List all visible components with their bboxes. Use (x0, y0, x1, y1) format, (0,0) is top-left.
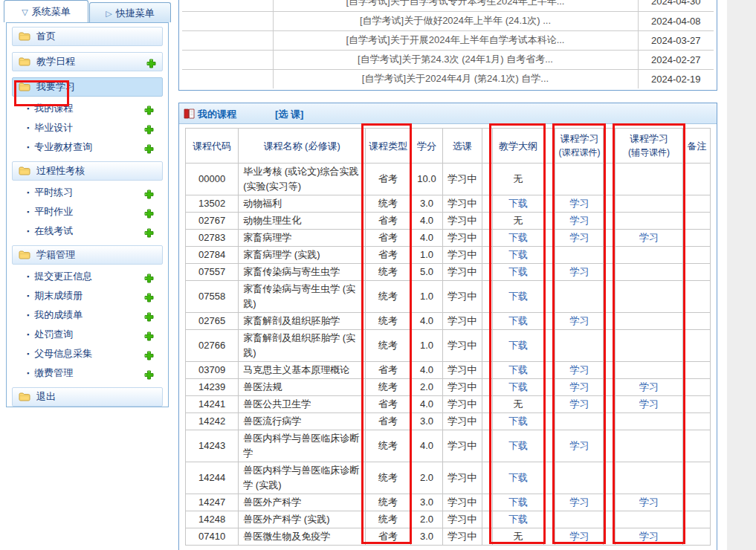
cell-code: 14248 (186, 511, 239, 528)
plus-icon[interactable] (144, 368, 154, 378)
sidebar-sublist: ▪提交更正信息▪期末成绩册▪我的成绩单▪处罚查询▪父母信息采集▪缴费管理 (12, 268, 163, 381)
bullet-icon: ▪ (27, 208, 29, 216)
plus-icon[interactable] (144, 207, 154, 216)
highlight-box-course-type-column (361, 123, 412, 544)
cell-remark (683, 396, 711, 413)
plus-icon[interactable] (144, 226, 154, 236)
cell-name: 兽医内科学与兽医临床诊断学 (239, 430, 366, 462)
sidebar-item-在线考试[interactable]: ▪在线考试 (12, 222, 163, 239)
notice-link[interactable]: [自学考试]关于自学考试专升本考生2024年上半年... (346, 0, 565, 7)
cell-credit: 4.0 (411, 396, 443, 413)
sidebar-group-教学日程[interactable]: 教学日程 (12, 52, 163, 71)
cell-name: 兽医外产科学 (239, 494, 366, 511)
cell-credit: 4.0 (411, 313, 443, 330)
cell-name: 兽医公共卫生学 (239, 396, 366, 413)
folder-icon (19, 248, 31, 265)
col-header-line1: 课程代码 (187, 139, 237, 153)
bullet-icon: ▪ (27, 143, 29, 151)
cell-remark (683, 330, 711, 362)
sidebar-group-首页[interactable]: 首页 (12, 27, 163, 46)
plus-icon[interactable] (144, 103, 154, 113)
sidebar-item-平时练习[interactable]: ▪平时练习 (12, 184, 163, 201)
bullet-icon: ▪ (27, 311, 29, 319)
notice-row: [自学考试]关于开展2024年上半年自学考试本科论...2024-03-27 (182, 30, 714, 50)
plus-icon[interactable] (144, 310, 154, 320)
sidebar-item-期末成绩册[interactable]: ▪期末成绩册 (12, 287, 163, 304)
sidebar-item-缴费管理[interactable]: ▪缴费管理 (12, 364, 163, 381)
notice-link[interactable]: [自学考试]关于第24.3次 (24年1月) 自考省考... (358, 54, 553, 65)
cell-code: 00000 (186, 164, 239, 195)
cell-select: 学习中 (442, 213, 482, 230)
cell-credit: 1.0 (411, 247, 443, 264)
highlight-box-tutorialware-column (613, 123, 685, 544)
cell-name: 家畜传染病与寄生虫学 (239, 264, 366, 281)
cell-name: 家畜传染病与寄生虫学 (实践) (239, 281, 366, 313)
notice-row: [自学考试]关于第24.3次 (24年1月) 自考省考...2024-02-27 (182, 50, 714, 69)
select-course-link[interactable]: [选 课] (275, 109, 303, 120)
cell-select: 学习中 (442, 330, 482, 362)
plus-icon[interactable] (144, 349, 154, 358)
sidebar-item-处罚查询[interactable]: ▪处罚查询 (12, 326, 163, 343)
sidebar-item-我的成绩单[interactable]: ▪我的成绩单 (12, 306, 163, 323)
cell-remark (683, 264, 711, 281)
cell-remark (683, 528, 711, 546)
sidebar-group-学籍管理[interactable]: 学籍管理 (12, 245, 163, 265)
notice-row: [自学考试]关于自学考试专升本考生2024年上半年...2024-04-30 (182, 0, 714, 11)
cell-select: 学习中 (442, 164, 482, 195)
cell-remark (683, 362, 711, 379)
tab-quick-menu[interactable]: ▷快捷菜单 (89, 2, 171, 22)
course-panel-title: 我的课程 (198, 109, 236, 120)
plus-icon[interactable] (144, 329, 154, 339)
cell-select: 学习中 (442, 462, 482, 494)
sidebar-item-专业教材查询[interactable]: ▪专业教材查询 (12, 138, 163, 155)
cell-remark (683, 430, 711, 462)
folder-icon (19, 389, 31, 407)
sidebar-group-过程性考核[interactable]: 过程性考核 (12, 161, 163, 181)
cell-code: 02765 (186, 313, 239, 330)
notice-date: 2024-04-08 (638, 11, 714, 30)
notice-date: 2024-02-27 (638, 50, 714, 69)
cell-remark (683, 213, 711, 230)
notice-table: [自学考试]关于自学考试专升本考生2024年上半年...2024-04-30[自… (182, 0, 714, 88)
col-header-line1: 学分 (412, 139, 442, 153)
col-header-备注: 备注 (683, 129, 711, 164)
cell-name: 马克思主义基本原理概论 (239, 362, 366, 379)
bullet-icon: ▪ (27, 189, 29, 196)
cell-name: 兽医法规 (239, 379, 366, 396)
sidebar-group-退出[interactable]: 退出 (12, 387, 163, 407)
notice-link[interactable]: [自学考试]关于开展2024年上半年自学考试本科论... (346, 34, 565, 45)
cell-remark (683, 511, 711, 528)
sidebar-item-label: 我的成绩单 (34, 309, 83, 320)
cell-code: 07410 (186, 528, 239, 546)
cell-name: 家畜病理学 (实践) (239, 247, 366, 264)
cell-select: 学习中 (442, 247, 482, 264)
cell-credit: 3.0 (411, 195, 443, 213)
cell-credit: 3.0 (411, 528, 443, 546)
tab-system-menu[interactable]: ▽系统菜单 (4, 0, 88, 22)
sidebar-group-label: 教学日程 (36, 56, 75, 67)
cell-remark (683, 313, 711, 330)
cell-select: 学习中 (442, 528, 482, 546)
sidebar-sublist: ▪我的课程▪毕业设计▪专业教材查询 (12, 100, 163, 155)
cell-code: 14242 (186, 413, 239, 430)
sidebar-item-提交更正信息[interactable]: ▪提交更正信息 (12, 268, 163, 285)
notice-link[interactable]: [自学考试]关于2024年4月 (第24.1次) 自学... (362, 73, 549, 84)
plus-icon[interactable] (144, 291, 154, 300)
cell-code: 13502 (186, 195, 239, 213)
plus-icon[interactable] (144, 187, 154, 197)
cell-code: 03709 (186, 362, 239, 379)
plus-icon[interactable] (144, 142, 154, 152)
sidebar-item-父母信息采集[interactable]: ▪父母信息采集 (12, 345, 163, 362)
plus-icon[interactable] (144, 123, 154, 132)
sidebar-item-平时作业[interactable]: ▪平时作业 (12, 203, 163, 220)
notice-link[interactable]: [自学考试]关于做好2024年上半年 (24.1次) ... (360, 15, 551, 26)
cell-select: 学习中 (442, 281, 482, 313)
sidebar-item-label: 毕业设计 (34, 122, 73, 133)
plus-icon[interactable] (144, 271, 154, 281)
sidebar-item-毕业设计[interactable]: ▪毕业设计 (12, 119, 163, 136)
plus-icon[interactable] (146, 56, 156, 66)
notice-blank-cell (182, 0, 273, 11)
cell-remark (683, 195, 711, 213)
cell-code: 14239 (186, 379, 239, 396)
book-icon (184, 105, 195, 126)
